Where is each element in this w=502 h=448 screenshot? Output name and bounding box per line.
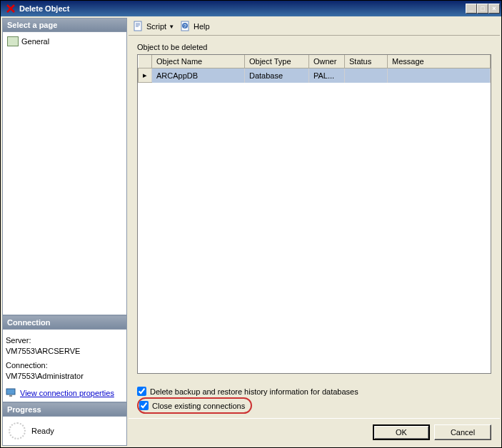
help-icon: ? [180,21,191,32]
maximize-button[interactable]: □ [477,4,488,14]
connection-header: Connection [2,315,127,330]
connection-value: VM7553\Administrator [6,371,124,382]
sidebar-item-label: General [21,37,49,46]
page-icon [7,36,19,46]
link-text: View connection properties [20,388,114,399]
chevron-down-icon: ▼ [169,24,174,30]
window-title: Delete Object [19,4,466,13]
minimize-button[interactable]: _ [466,4,477,14]
col-status[interactable]: Status [345,55,388,68]
button-bar: OK Cancel [129,418,500,446]
pages-header: Select a page [2,18,127,32]
help-label: Help [194,22,210,31]
cell-object-name: ARCAppDB [152,68,245,83]
toolbar: Script ▼ ? Help [129,18,500,36]
script-label: Script [146,22,166,31]
options-area: Delete backup and restore history inform… [129,381,500,418]
script-icon [133,21,144,32]
col-object-type[interactable]: Object Type [245,55,309,68]
spinner-icon [9,422,26,439]
grid-header-row: Object Name Object Type Owner Status Mes… [139,55,491,68]
help-button[interactable]: ? Help [180,21,210,32]
col-object-name[interactable]: Object Name [152,55,245,68]
cell-object-type: Database [245,68,309,83]
ok-button[interactable]: OK [373,424,430,440]
delete-history-label: Delete backup and restore history inform… [150,387,358,396]
progress-header: Progress [2,402,127,417]
col-owner[interactable]: Owner [309,55,345,68]
view-connection-properties-link[interactable]: View connection properties [6,388,124,399]
cell-message [388,68,491,83]
connection-label: Connection: [6,360,124,371]
delete-object-dialog: Delete Object _ □ × Select a page Genera… [0,0,502,448]
delete-history-checkbox[interactable] [137,387,146,396]
script-button[interactable]: Script ▼ [133,21,174,32]
svg-text:?: ? [184,24,186,29]
cell-status [345,68,388,83]
main-panel: Script ▼ ? Help Object to be deleted [129,18,500,446]
grid-label: Object to be deleted [137,43,491,51]
server-label: Server: [6,335,124,346]
sidebar-item-general[interactable]: General [6,35,124,48]
server-value: VM7553\ARCSERVE [6,346,124,357]
app-icon [5,3,16,14]
object-grid[interactable]: Object Name Object Type Owner Status Mes… [137,54,491,374]
progress-status: Ready [31,427,54,435]
table-row[interactable]: ▸ ARCAppDB Database PAL... [139,68,491,83]
monitor-icon [6,388,17,398]
cancel-button[interactable]: Cancel [434,424,491,440]
col-indicator[interactable] [139,55,152,68]
svg-rect-0 [6,389,15,394]
row-indicator: ▸ [139,68,152,83]
highlighted-option: Close existing connections [137,397,252,414]
col-message[interactable]: Message [388,55,491,68]
close-connections-checkbox[interactable] [139,401,149,410]
close-connections-label: Close existing connections [152,402,245,410]
cell-owner: PAL... [309,68,345,83]
titlebar: Delete Object _ □ × [1,1,501,16]
close-button[interactable]: × [488,4,500,14]
sidebar: Select a page General Connection Server:… [2,18,127,446]
svg-rect-1 [9,395,12,397]
